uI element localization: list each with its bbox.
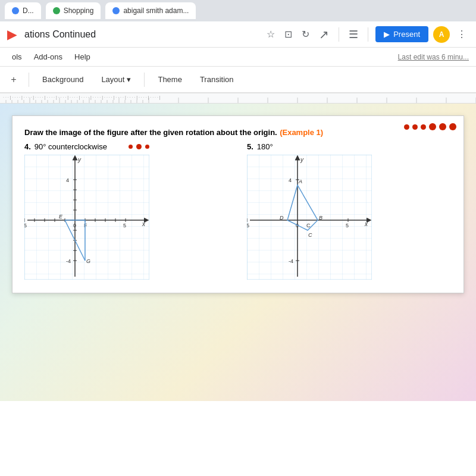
- svg-text:4: 4: [289, 177, 292, 183]
- problem5-desc: 180°: [257, 142, 273, 151]
- slides-toolbar: + Background Layout ▾ Theme Transition: [0, 67, 476, 93]
- tab-label-shopping: Shopping: [64, 7, 94, 15]
- svg-text:A: A: [298, 178, 302, 184]
- main-content: Draw the image of the figure after the g…: [0, 104, 476, 401]
- transition-label: Transition: [200, 75, 234, 84]
- slides-logo: ▶: [7, 27, 16, 42]
- background-button[interactable]: Background: [35, 71, 90, 87]
- present-icon: ▶: [384, 30, 390, 39]
- trend-icon[interactable]: ↗: [317, 25, 331, 44]
- p4-dot-1: [129, 145, 133, 149]
- p4-dot-3: [145, 145, 149, 149]
- red-dot-1: [404, 124, 409, 130]
- svg-text:4: 4: [66, 177, 69, 183]
- problem-header: Draw the image of the figure after the g…: [24, 127, 452, 137]
- svg-text:-4: -4: [66, 258, 71, 264]
- problems-row: 4. 90° counterclockwise: [24, 142, 452, 282]
- slides-title: ations Continued: [24, 29, 258, 40]
- svg-text:-4: -4: [289, 258, 293, 264]
- svg-text:G: G: [86, 258, 90, 264]
- svg-text:F: F: [84, 223, 87, 228]
- tab-favicon-abigail: [112, 7, 120, 14]
- svg-text:5: 5: [123, 223, 126, 228]
- tab-abigail[interactable]: abigail smith adam...: [105, 2, 196, 19]
- svg-text:D: D: [280, 215, 284, 221]
- browser-tabs: D... Shopping abigail smith adam...: [0, 0, 476, 21]
- problem-title: Draw the image of the figure after the g…: [24, 128, 277, 137]
- graph4-svg: x y -5: [24, 155, 149, 280]
- red-dots-decoration: [404, 123, 456, 130]
- toolbar-divider-1: [29, 73, 29, 87]
- problem5-header: 5. 180°: [247, 142, 452, 151]
- svg-text:5: 5: [346, 223, 349, 228]
- red-dot-2: [412, 124, 418, 130]
- p4-dot-2: [136, 144, 142, 149]
- ruler: · · · | · · · · | · · · · | · · · · | · …: [0, 93, 476, 104]
- example-label: (Example 1): [280, 128, 323, 137]
- layout-dropdown-icon: ▾: [127, 75, 131, 84]
- theme-label: Theme: [158, 75, 181, 84]
- present-label: Present: [393, 30, 420, 39]
- svg-text:y: y: [77, 156, 82, 163]
- svg-text:x: x: [364, 221, 368, 227]
- svg-text:C: C: [306, 223, 311, 228]
- menu-addons[interactable]: Add-ons: [29, 50, 67, 64]
- toolbar-divider-2: [144, 73, 145, 87]
- star-icon[interactable]: ☆: [264, 26, 277, 42]
- svg-text:y: y: [300, 156, 304, 163]
- problem-5: 5. 180°: [247, 142, 452, 282]
- transition-button[interactable]: Transition: [193, 71, 241, 87]
- svg-rect-71: [247, 155, 372, 280]
- avatar[interactable]: A: [433, 26, 450, 43]
- header-actions: ☆ ⊡ ↻ ↗ ☰ ▶ Present A ⋮: [264, 25, 469, 44]
- layout-button[interactable]: Layout ▾: [94, 71, 138, 87]
- clock-icon[interactable]: ↻: [299, 26, 312, 42]
- theme-button[interactable]: Theme: [151, 71, 189, 87]
- red-dot-6: [449, 123, 456, 130]
- svg-text:B: B: [319, 215, 322, 221]
- menu-file[interactable]: ols: [7, 50, 27, 64]
- folder-icon[interactable]: ⊡: [282, 26, 295, 42]
- tab-d[interactable]: D...: [5, 2, 41, 19]
- problem4-header: 4. 90° counterclockwise: [24, 142, 229, 151]
- slides-header: ▶ ations Continued ☆ ⊡ ↻ ↗ ☰ ▶ Present A…: [0, 21, 476, 48]
- problem5-number: 5.: [247, 142, 253, 151]
- svg-text:· · · | · · · · | · · · · | · : · · · | · · · · | · · · · | · · · · | · …: [3, 95, 161, 100]
- header-divider2: [368, 27, 368, 42]
- tab-label-abigail: abigail smith adam...: [123, 7, 189, 15]
- add-slide-button[interactable]: +: [5, 71, 23, 89]
- slides-menubar: ols Add-ons Help Last edit was 6 minu...: [0, 48, 476, 67]
- add-icon: +: [11, 74, 16, 85]
- problem-4: 4. 90° counterclockwise: [24, 142, 229, 282]
- tab-label-d: D...: [23, 7, 34, 15]
- tab-shopping[interactable]: Shopping: [46, 2, 101, 19]
- red-dot-3: [421, 124, 426, 130]
- ruler-svg: · · · | · · · · | · · · · | · · · · | · …: [0, 93, 476, 104]
- problem4-desc: 90° counterclockwise: [35, 142, 107, 151]
- svg-text:x: x: [142, 221, 146, 227]
- red-dot-4: [429, 123, 436, 130]
- last-edit-label[interactable]: Last edit was 6 minu...: [398, 53, 469, 61]
- red-dot-5: [439, 123, 446, 130]
- slide-area: Draw the image of the figure after the g…: [12, 115, 464, 293]
- tab-favicon-d: [12, 7, 19, 14]
- layout-label: Layout: [101, 75, 124, 84]
- svg-text:-5: -5: [24, 223, 27, 228]
- svg-text:E: E: [59, 214, 63, 220]
- problem4-number: 4.: [24, 142, 31, 151]
- more-icon[interactable]: ⋮: [455, 26, 469, 42]
- svg-text:C: C: [308, 232, 312, 238]
- header-divider: [339, 27, 339, 42]
- tab-favicon-shopping: [53, 7, 60, 14]
- svg-text:-5: -5: [247, 223, 249, 228]
- graph5-svg: x y -5 5 0 4 -4: [247, 155, 372, 280]
- svg-text:0: 0: [73, 223, 76, 228]
- comment-icon[interactable]: ☰: [346, 26, 361, 43]
- background-label: Background: [42, 75, 83, 84]
- menu-help[interactable]: Help: [70, 50, 95, 64]
- present-button[interactable]: ▶ Present: [375, 26, 428, 42]
